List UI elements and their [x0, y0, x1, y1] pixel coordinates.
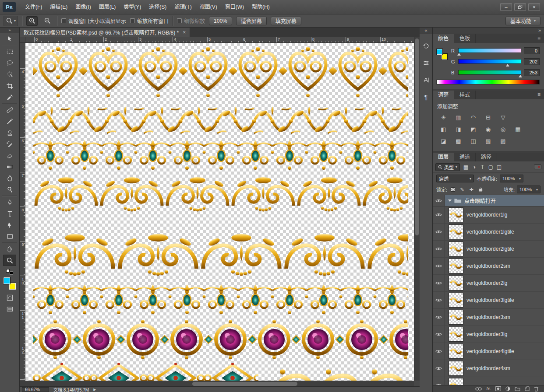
layer-visibility-toggle[interactable]: [433, 258, 445, 274]
resize-window-checkbox[interactable]: 调整窗口大小以满屏显示: [61, 17, 126, 24]
layer-thumbnail[interactable]: [449, 224, 463, 239]
menu-item[interactable]: 图层(L): [95, 0, 120, 14]
blur-tool[interactable]: [3, 172, 16, 184]
zoom-level-field[interactable]: 66.67%: [22, 387, 49, 392]
layer-visibility-toggle[interactable]: [433, 241, 445, 257]
collapse-panels-chevron[interactable]: »: [433, 28, 544, 34]
red-value-field[interactable]: 0: [524, 47, 540, 54]
layer-row[interactable]: vertgoldborder2lg: [433, 275, 544, 292]
tool-preset-picker[interactable]: ▾: [4, 16, 18, 26]
adjustment-icon[interactable]: ◠: [467, 113, 480, 122]
layer-thumbnail[interactable]: [449, 276, 463, 290]
menu-item[interactable]: 选择(S): [145, 0, 170, 14]
adjustment-icon[interactable]: ◧: [437, 125, 450, 133]
document-tab[interactable]: 欧式花纹边框分层PSD素材.psd @ 66.7% (点击眼睛打开, RGB/8…: [20, 28, 190, 37]
status-menu-arrow-icon[interactable]: ▶: [93, 388, 96, 392]
adjustment-icon[interactable]: ☀: [437, 113, 450, 122]
path-selection-tool[interactable]: [3, 219, 16, 231]
new-layer-icon[interactable]: [525, 386, 530, 391]
layer-row[interactable]: vertgoldborder1lg: [433, 206, 544, 224]
adjustment-icon[interactable]: ▽: [497, 113, 509, 122]
delete-layer-icon[interactable]: [534, 386, 539, 392]
adjustment-icon[interactable]: ◉: [482, 125, 495, 133]
healing-brush-tool[interactable]: [3, 104, 16, 116]
restore-icon[interactable]: [514, 3, 526, 11]
red-slider[interactable]: [458, 48, 521, 53]
menu-item[interactable]: 视图(V): [196, 0, 221, 14]
layer-visibility-toggle[interactable]: [433, 195, 445, 206]
group-disclosure-triangle[interactable]: [448, 200, 452, 202]
adjustment-icon[interactable]: ▩: [452, 136, 465, 145]
layer-mask-icon[interactable]: [495, 386, 501, 391]
layer-row[interactable]: vertgoldborder2sm: [433, 258, 544, 275]
layer-row[interactable]: vertgoldborder2lgtile: [433, 241, 544, 258]
history-brush-tool[interactable]: [3, 138, 16, 150]
layer-filter-icon[interactable]: ◫: [495, 163, 503, 171]
magic-wand-tool[interactable]: [3, 69, 16, 80]
canvas[interactable]: [25, 43, 414, 381]
tab-layers[interactable]: 图层: [433, 153, 454, 161]
dodge-tool[interactable]: [3, 184, 16, 195]
tab-adjustments[interactable]: 调整: [433, 91, 454, 99]
adjustment-icon[interactable]: ▨: [497, 136, 509, 145]
foreground-color-swatch[interactable]: [436, 49, 443, 55]
blue-slider[interactable]: [458, 70, 521, 75]
blend-mode-dropdown[interactable]: 穿透 ▾: [436, 175, 474, 182]
slider-thumb[interactable]: [506, 64, 509, 66]
layer-row[interactable]: vertgoldborder3sm: [433, 309, 544, 326]
vertical-scrollbar[interactable]: [414, 37, 420, 381]
layer-thumbnail[interactable]: [449, 259, 463, 273]
layer-thumbnail[interactable]: [449, 344, 463, 359]
vertical-scrollbar-thumb[interactable]: [415, 38, 419, 235]
layer-thumbnail[interactable]: [449, 293, 463, 308]
layer-thumbnail[interactable]: [449, 327, 463, 342]
screen-mode-button[interactable]: [3, 303, 16, 315]
horizontal-scrollbar[interactable]: [25, 381, 414, 386]
close-document-icon[interactable]: ×: [183, 29, 186, 35]
green-value-field[interactable]: 202: [524, 58, 540, 65]
slider-thumb[interactable]: [457, 53, 461, 56]
layer-group-row[interactable]: 点击眼睛打开: [433, 195, 544, 206]
toolbar-collapse-chevron[interactable]: »: [0, 28, 19, 33]
layer-row[interactable]: vertgoldborder4lgtile: [433, 343, 544, 360]
layer-visibility-toggle[interactable]: [433, 224, 445, 240]
move-tool[interactable]: [3, 33, 16, 45]
green-slider[interactable]: [458, 59, 521, 64]
layer-row[interactable]: vertgoldborder3lg: [433, 326, 544, 343]
lock-position-icon[interactable]: ✚: [468, 186, 475, 193]
clone-stamp-tool[interactable]: [3, 127, 16, 138]
menu-item[interactable]: 图像(I): [71, 0, 95, 14]
layer-filter-icon[interactable]: ▢: [487, 163, 495, 171]
new-group-icon[interactable]: [515, 387, 520, 391]
minimize-icon[interactable]: –: [500, 3, 512, 11]
fill-field[interactable]: 100% ▾: [517, 186, 540, 193]
panel-menu-icon[interactable]: ≡: [534, 91, 544, 99]
zoom-tool[interactable]: [3, 255, 16, 266]
adjustment-icon[interactable]: ◩: [467, 125, 480, 133]
paragraph-panel-icon[interactable]: ¶: [421, 92, 431, 102]
panel-menu-icon[interactable]: ≡: [534, 34, 544, 43]
opacity-field[interactable]: 100% ▾: [500, 175, 523, 182]
menu-item[interactable]: 编辑(E): [46, 0, 71, 14]
zoom-in-button[interactable]: [26, 16, 38, 26]
fit-screen-button[interactable]: 适合屏幕: [236, 17, 267, 25]
layer-visibility-toggle[interactable]: [433, 309, 445, 326]
adjustment-icon[interactable]: ◪: [437, 136, 450, 145]
brush-tool[interactable]: [3, 116, 16, 127]
foreground-color-swatch[interactable]: [3, 277, 11, 284]
layer-row[interactable]: [433, 377, 544, 385]
tab-paths[interactable]: 路径: [476, 153, 497, 161]
layer-visibility-toggle[interactable]: [433, 206, 445, 223]
new-adjustment-layer-icon[interactable]: [505, 386, 510, 391]
layer-thumbnail[interactable]: [449, 242, 463, 256]
layer-thumbnail[interactable]: [449, 361, 463, 376]
gradient-tool[interactable]: [3, 161, 16, 172]
lock-transparency-icon[interactable]: [449, 186, 456, 193]
layer-row[interactable]: vertgoldborder3lgtile: [433, 292, 544, 309]
eyedropper-tool[interactable]: [3, 91, 16, 103]
layer-visibility-toggle[interactable]: [433, 275, 445, 291]
layer-filter-icon[interactable]: ▦: [462, 163, 470, 171]
adjustment-icon[interactable]: ◎: [497, 125, 509, 133]
expand-panels-chevron[interactable]: «: [420, 28, 432, 34]
layer-thumbnail[interactable]: [449, 207, 463, 222]
